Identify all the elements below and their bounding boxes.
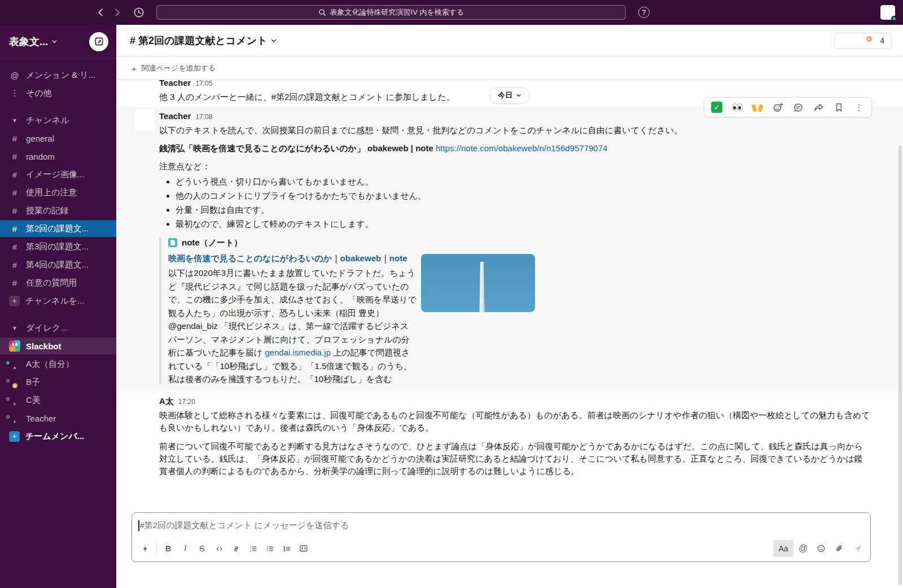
strikethrough-button[interactable]: S xyxy=(194,540,211,557)
mention-button[interactable]: @ xyxy=(795,540,812,557)
dm-item-b[interactable]: B B子 xyxy=(0,374,116,390)
svg-text:1: 1 xyxy=(249,545,251,548)
thread-icon xyxy=(793,102,804,113)
reference-line: 銭清弘「映画を倍速で見ることのなにがわるいのか」 obakeweb | note… xyxy=(159,142,871,155)
bullet-list: どういう視点・切り口から書いてもかまいません。 他の人のコメントにリプライをつけ… xyxy=(159,175,871,230)
sidebar-item-questions[interactable]: #任意の質問用 xyxy=(0,274,116,291)
link-button[interactable] xyxy=(227,540,244,557)
message-author[interactable]: Teacher xyxy=(159,80,191,89)
dm-section-header[interactable]: ▼ ダイレク... xyxy=(0,319,116,336)
sidebar-item-session3[interactable]: #第3回の課題文... xyxy=(0,238,116,255)
shortcuts-button[interactable] xyxy=(137,540,154,557)
sidebar-item-session2-selected[interactable]: #第2回の課題文... xyxy=(0,220,116,237)
bullet-list-button[interactable] xyxy=(261,540,278,557)
help-button[interactable]: ? xyxy=(638,7,650,18)
dm-item-self[interactable]: A A太（自分） xyxy=(0,356,116,372)
message-list: 今日 ✓ xyxy=(116,80,903,512)
blockquote-button[interactable] xyxy=(278,540,295,557)
message-actions-toolbar: ✓ ⋮ xyxy=(704,97,872,117)
hash-icon: # xyxy=(9,134,20,143)
dm-item-teacher[interactable]: T Teacher xyxy=(0,410,116,427)
message-author[interactable]: Teacher xyxy=(159,110,191,122)
emoji-button[interactable] xyxy=(813,540,830,557)
text-caret xyxy=(138,520,139,531)
add-channel-button[interactable]: + チャンネルを... xyxy=(0,292,116,309)
reference-url-link[interactable]: https://note.com/obakeweb/n/n156d9577907… xyxy=(436,143,607,153)
add-reaction-button[interactable] xyxy=(768,99,787,115)
date-divider-button[interactable]: 今日 xyxy=(489,87,530,104)
message-input[interactable]: #第2回の課題文献とコメント にメッセージを送信する xyxy=(132,513,870,538)
dm-item-c[interactable]: C C美 xyxy=(0,392,116,409)
history-back-button[interactable] xyxy=(92,4,109,21)
channel-members-button[interactable]: T A B 4 xyxy=(834,33,892,49)
history-forward-button[interactable] xyxy=(109,4,126,21)
dm-item-slackbot[interactable]: Slackbot xyxy=(0,337,116,354)
note-favicon xyxy=(168,238,177,247)
presence-online-icon xyxy=(891,16,897,21)
preview-title-link[interactable]: 映画を倍速で見ることのなにがわるいのか｜obakeweb｜note xyxy=(168,252,417,265)
sidebar-item-mentions[interactable]: @ メンション & リ... xyxy=(0,67,116,84)
hash-icon: # xyxy=(9,278,20,288)
vertical-scrollbar[interactable] xyxy=(898,146,902,585)
sidebar-item-more[interactable]: ⋮ その他 xyxy=(0,85,116,102)
member-avatars: T A B xyxy=(837,35,875,47)
user-menu-button[interactable]: A xyxy=(880,5,895,20)
bookmark-message-button[interactable] xyxy=(829,99,848,115)
member-count: 4 xyxy=(880,36,884,45)
add-teammates-button[interactable]: + チームメンバ... xyxy=(0,428,116,445)
more-actions-button[interactable]: ⋮ xyxy=(849,99,869,115)
avatar[interactable]: T xyxy=(134,110,155,130)
sidebar-item-session4[interactable]: #第4回の課題文... xyxy=(0,256,116,273)
message-author[interactable]: A太 xyxy=(159,395,174,407)
search-bar[interactable]: 表象文化論特殊研究演習IV 内を検索する xyxy=(156,5,626,20)
slack-app: 表象文化論特殊研究演習IV 内を検索する ? A 表象文... xyxy=(0,0,903,588)
history-button[interactable] xyxy=(130,4,147,21)
reference-title: 銭清弘「映画を倍速で見ることのなにがわるいのか」 obakeweb | note xyxy=(159,143,433,153)
code-block-button[interactable] xyxy=(295,540,312,557)
link-icon xyxy=(232,545,240,553)
send-button[interactable] xyxy=(849,540,866,557)
at-icon: @ xyxy=(799,543,808,554)
emoji-icon xyxy=(817,544,826,553)
new-message-button[interactable] xyxy=(89,32,108,51)
blockquote-icon xyxy=(283,545,291,553)
lightning-icon xyxy=(141,545,150,553)
preview-thumbnail-image[interactable] xyxy=(421,254,535,312)
sidebar-item-image[interactable]: #イメージ画像... xyxy=(0,166,116,183)
reply-thread-button[interactable] xyxy=(788,99,808,115)
workspace-switcher[interactable]: 表象文... xyxy=(0,25,116,59)
sidebar-item-random[interactable]: #random xyxy=(0,148,116,165)
sidebar-item-general[interactable]: #general xyxy=(0,130,116,147)
sidebar-item-class-record[interactable]: #授業の記録 xyxy=(0,202,116,219)
search-placeholder: 表象文化論特殊研究演習IV 内を検索する xyxy=(330,7,464,17)
show-formatting-button[interactable]: Aa xyxy=(773,540,794,557)
avatar[interactable]: T xyxy=(134,80,155,97)
share-icon xyxy=(813,102,824,113)
gendai-link[interactable]: gendai.ismedia.jp xyxy=(265,348,331,357)
share-message-button[interactable] xyxy=(809,99,828,115)
slackbot-icon xyxy=(9,340,20,352)
reaction-hands-button[interactable] xyxy=(748,99,767,115)
sidebar-item-label: その他 xyxy=(26,88,52,99)
message-atai: A A太 17:20 映画体験として総称される様々な要素には、回復可能であるもの… xyxy=(116,392,903,481)
channel-title: # 第2回の課題文献とコメント xyxy=(130,34,268,47)
avatar: T xyxy=(837,35,849,47)
add-bookmark-button[interactable]: 関連ページを追加する xyxy=(142,63,216,73)
attach-file-button[interactable] xyxy=(831,540,848,557)
hash-icon: # xyxy=(9,242,20,252)
search-icon xyxy=(318,8,326,16)
message-composer: #第2回の課題文献とコメント にメッセージを送信する B I S xyxy=(131,512,871,562)
italic-button[interactable]: I xyxy=(177,540,194,557)
code-button[interactable] xyxy=(211,540,227,557)
channels-section-header[interactable]: ▼ チャンネル xyxy=(0,112,116,129)
reaction-eyes-button[interactable] xyxy=(727,99,747,115)
tower-image xyxy=(477,262,487,312)
reaction-check-button[interactable]: ✓ xyxy=(707,99,726,115)
avatar[interactable]: A xyxy=(134,395,155,415)
chevron-down-icon xyxy=(51,38,58,45)
ordered-list-button[interactable]: 12 xyxy=(244,540,261,557)
bold-button[interactable]: B xyxy=(160,540,177,557)
channel-title-button[interactable]: # 第2回の課題文献とコメント xyxy=(130,34,277,47)
sidebar-item-usage-notes[interactable]: #使用上の注意 xyxy=(0,184,116,201)
white-check-mark-icon: ✓ xyxy=(711,102,722,113)
